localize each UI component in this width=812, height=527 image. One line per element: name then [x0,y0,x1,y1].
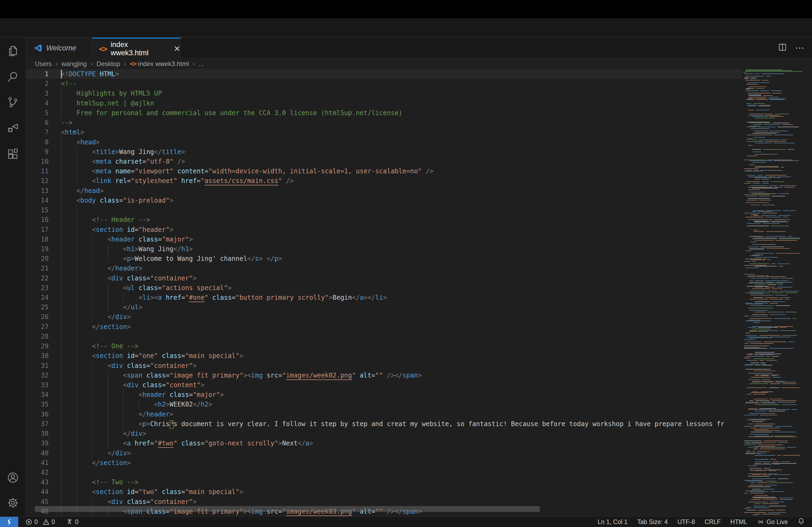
minimap-line [743,316,803,316]
breadcrumb-file[interactable]: index wwek3.html [138,60,189,67]
breadcrumb-item[interactable]: Desktop [97,60,120,67]
minimap-token [755,99,766,99]
code-token: > [96,138,100,146]
code-token: class [127,362,146,370]
minimap[interactable] [742,69,803,516]
minimap-line [743,497,803,497]
indent-guide [92,497,93,507]
settings-gear-icon[interactable] [7,497,19,509]
indent-guide [76,176,77,186]
minimap-line [743,206,803,206]
minimap-token [782,335,797,336]
minimap-line [743,208,803,209]
code-token: </ [107,265,115,272]
ports-count: 0 [75,518,79,526]
close-icon[interactable]: ✕ [174,45,180,53]
explorer-icon[interactable] [7,45,19,57]
minimap-line [743,393,803,394]
code-area[interactable]: 1<!DOCTYPE HTML>2<!--3 Highlights by HTM… [26,69,742,516]
minimap-token [783,455,800,456]
minimap-line [743,490,803,490]
minimap-line [743,230,803,230]
more-actions-icon[interactable]: ⋯ [795,42,805,53]
minimap-token [777,402,795,403]
minimap-line [743,237,803,238]
eol-sequence[interactable]: CRLF [705,518,721,526]
language-mode[interactable]: HTML [730,518,747,526]
minimap-line [743,495,803,496]
minimap-token [745,364,766,365]
code-token: >< [243,372,251,379]
code-token: < [107,274,111,282]
ports-indicator[interactable]: 0 [66,518,79,526]
code-line: 45 <div class="container"> [26,497,742,507]
remote-indicator[interactable] [0,517,18,527]
minimap-token [746,103,751,104]
tab-index-wwek3[interactable]: <> index wwek3.html ✕ [92,37,181,59]
tab-welcome[interactable]: Welcome [26,37,92,59]
breadcrumb[interactable]: Users›wangjing›Desktop›<>index wwek3.htm… [26,59,812,69]
minimap-line [743,499,803,500]
minimap-token [744,347,759,348]
minimap-token [744,265,766,266]
minimap-token [774,409,790,410]
minimap-line [743,222,803,222]
search-icon[interactable] [7,71,19,83]
horizontal-scrollbar-thumb[interactable] [35,506,540,512]
indent-guide [92,438,93,448]
code-token: > [228,284,231,292]
breadcrumb-separator: › [88,60,95,67]
minimap-line [743,252,803,252]
minimap-line [743,306,803,307]
code-token: header [142,391,166,398]
minimap-line [743,447,803,448]
code-token: section [96,352,123,360]
code-token: </ [107,450,115,457]
cursor-position[interactable]: Ln 1, Col 1 [598,518,627,526]
minimap-line [743,172,803,172]
minimap-line [743,441,803,442]
breadcrumb-item[interactable]: Users [35,60,52,67]
encoding[interactable]: UTF-8 [678,518,695,526]
minimap-line [743,190,803,190]
extensions-icon[interactable] [7,148,19,160]
code-token: = [205,167,208,175]
editor[interactable]: 1<!DOCTYPE HTML>2<!--3 Highlights by HTM… [26,69,812,516]
code-token: < [92,148,96,156]
minimap-line [743,133,803,134]
code-token: p [142,420,146,428]
minimap-line [743,515,803,515]
code-token: header [115,265,139,272]
minimap-line [743,456,803,456]
minimap-line [743,226,803,227]
minimap-line [743,333,803,334]
minimap-token [748,219,772,220]
minimap-token [762,179,769,180]
notifications-bell-icon[interactable] [798,517,805,526]
minimap-token [755,430,781,431]
minimap-line [743,273,803,274]
indent-guide [61,361,61,371]
account-icon[interactable] [7,471,19,484]
minimap-line [743,366,803,366]
minimap-line [743,71,803,72]
minimap-line [743,255,803,255]
tab-size[interactable]: Tab Size: 4 [637,518,668,526]
split-editor-icon[interactable] [778,43,787,53]
breadcrumb-more[interactable]: ... [199,60,204,67]
code-token: div [127,381,139,389]
code-token: #one [189,294,205,301]
indent-guide [76,225,77,235]
code-line: 2<!-- [26,79,742,89]
source-control-icon[interactable] [7,96,19,108]
code-token: href [181,177,197,185]
code-token: " [173,439,177,447]
problems-indicator[interactable]: 0 0 [25,518,55,526]
minimap-line [743,284,803,285]
code-token [173,158,177,165]
breadcrumb-item[interactable]: wangjing [61,60,87,67]
minimap-line [743,162,803,163]
minimap-line [743,174,803,174]
go-live-button[interactable]: Go Live [757,518,788,526]
run-debug-icon[interactable] [7,122,19,134]
